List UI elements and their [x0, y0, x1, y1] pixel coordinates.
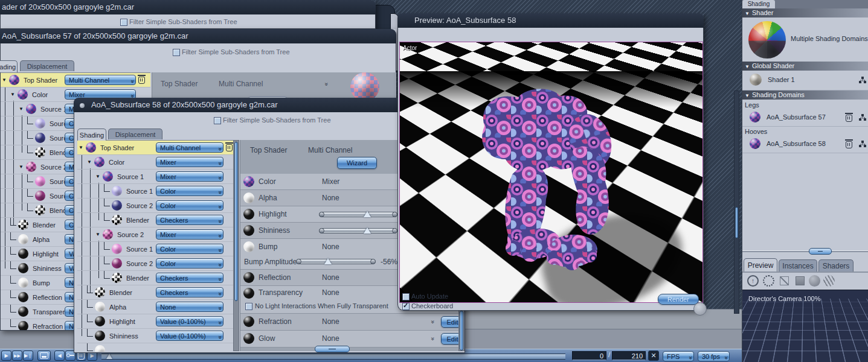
- wireframe-cube-icon[interactable]: [779, 275, 790, 287]
- shader-network-icon[interactable]: [859, 114, 867, 121]
- tree-row[interactable]: Source 1Color: [77, 242, 233, 256]
- window-resize-grip[interactable]: [693, 302, 707, 316]
- fast-forward-button[interactable]: ▶▶: [12, 351, 22, 361]
- domain-row[interactable]: AoA_Subsurface 57: [742, 109, 868, 127]
- slider-thumb[interactable]: [364, 227, 371, 233]
- tab-instances[interactable]: Instances: [779, 259, 817, 272]
- shader-type-dropdown[interactable]: Checkers: [156, 287, 223, 297]
- play-button[interactable]: ▶: [1, 351, 11, 361]
- tree-row[interactable]: BlenderCheckers: [77, 285, 233, 300]
- shader-type-dropdown[interactable]: Mixer: [156, 229, 223, 240]
- tab-shading[interactable]: Shading: [77, 129, 106, 141]
- textured-sphere-icon[interactable]: [823, 275, 835, 287]
- expand-triangle-icon[interactable]: ▼: [19, 164, 26, 170]
- previous-keyframe-button[interactable]: ◀: [54, 351, 65, 361]
- tree-row[interactable]: BlenderCheckers: [77, 271, 233, 285]
- window-titlebar[interactable]: Preview: AoA_Subsurface 58: [397, 13, 704, 28]
- multi-domain-shader-sphere[interactable]: [748, 21, 786, 59]
- trash-icon[interactable]: [846, 141, 852, 148]
- section-triangle-icon[interactable]: ▼: [745, 93, 750, 98]
- global-shader-section-header[interactable]: ▼Global Shader: [742, 62, 868, 71]
- slider-thumb[interactable]: [324, 258, 332, 264]
- shininess-slider[interactable]: [319, 228, 397, 233]
- tree-row[interactable]: [77, 343, 233, 352]
- shader-type-dropdown[interactable]: Color: [156, 200, 223, 211]
- tab-shading-sidebar[interactable]: Shading: [742, 0, 775, 8]
- shader-type-dropdown[interactable]: Mixer: [156, 171, 223, 182]
- bump-amplitude-slider[interactable]: [296, 259, 376, 264]
- shader-type-dropdown[interactable]: Multi Channel: [156, 142, 223, 153]
- orbit-icon[interactable]: [763, 275, 774, 287]
- section-triangle-icon[interactable]: ▼: [745, 64, 750, 69]
- timeline-scrubber[interactable]: [101, 354, 565, 360]
- make-movie-button[interactable]: [37, 351, 51, 361]
- edit-button[interactable]: Edit: [441, 316, 459, 328]
- filter-subshaders-checkbox[interactable]: [120, 19, 127, 26]
- shader-section-header[interactable]: ▼Shader: [742, 8, 868, 17]
- shader-type-dropdown[interactable]: Value (0-100%): [156, 316, 223, 326]
- expand-triangle-icon[interactable]: ▼: [95, 232, 103, 237]
- tree-row[interactable]: ▼Source 2Mixer: [77, 227, 233, 242]
- global-shader-row[interactable]: Shader 1: [742, 71, 868, 91]
- expand-triangle-icon[interactable]: ▼: [19, 106, 26, 112]
- render-viewport[interactable]: Actor: [399, 42, 703, 303]
- expand-triangle-icon[interactable]: ▼: [79, 145, 86, 150]
- shader-type-dropdown[interactable]: Value (0-100%): [156, 331, 223, 341]
- tree-row[interactable]: BlenderCheckers: [77, 213, 233, 227]
- tree-row[interactable]: ShininessValue (0-100%): [77, 329, 233, 343]
- trash-icon[interactable]: [226, 144, 233, 151]
- tab-displacement[interactable]: Displacement: [20, 60, 74, 71]
- tree-row[interactable]: ▼ColorMixer: [77, 155, 233, 170]
- camera-viewport[interactable]: Director's Camera 100%: [742, 290, 868, 362]
- splitter-handle[interactable]: [809, 248, 832, 255]
- chevron-down-icon[interactable]: »: [429, 320, 436, 324]
- shader-type-dropdown[interactable]: Mixer: [156, 157, 223, 167]
- shader-type-dropdown[interactable]: Multi Channel: [65, 75, 136, 85]
- property-row-glow[interactable]: Glow None » Edit: [240, 331, 459, 348]
- tree-row[interactable]: Source 1Color: [77, 184, 233, 198]
- fps-dropdown[interactable]: FPS: [663, 351, 694, 361]
- trash-icon[interactable]: [846, 115, 852, 122]
- shading-domains-section-header[interactable]: ▼Shading Domains: [742, 91, 868, 100]
- navigate-icon[interactable]: ↑: [747, 275, 759, 287]
- shader-type-dropdown[interactable]: Color: [156, 244, 223, 254]
- shader-type-dropdown[interactable]: Checkers: [156, 273, 223, 283]
- tree-scrollbar-thumb[interactable]: [234, 142, 238, 301]
- shader-type-dropdown[interactable]: None: [156, 302, 223, 312]
- shader-network-icon[interactable]: [859, 141, 867, 148]
- expand-triangle-icon[interactable]: ▼: [2, 77, 9, 83]
- panel-scrollbar-thumb[interactable]: [460, 311, 463, 351]
- tree-row[interactable]: ▼Top ShaderMulti Channel: [77, 141, 233, 155]
- shaded-sphere-icon[interactable]: [809, 275, 820, 287]
- window-titlebar[interactable]: AoA_Subsurface 57 of 20x500x500 gargoyle…: [0, 29, 396, 44]
- current-frame-field[interactable]: 0: [572, 351, 606, 360]
- chevron-down-icon[interactable]: »: [323, 83, 330, 86]
- fps-value-dropdown[interactable]: 30 fps: [698, 351, 730, 361]
- tree-row[interactable]: Source 2Color: [77, 198, 233, 213]
- sidebar-splitter[interactable]: [742, 250, 868, 252]
- expand-triangle-icon[interactable]: ▼: [95, 174, 103, 179]
- tab-preview[interactable]: Preview: [744, 258, 777, 272]
- total-frames-field[interactable]: 210: [612, 351, 646, 360]
- tab-displacement[interactable]: Displacement: [108, 129, 162, 139]
- scrubber-thumb[interactable]: [106, 354, 112, 359]
- skip-to-end-button[interactable]: ▶❘: [23, 351, 33, 361]
- trash-icon[interactable]: [138, 77, 145, 84]
- tab-shading[interactable]: Shading: [0, 60, 18, 72]
- tree-scrollbar[interactable]: [233, 140, 239, 351]
- shader-type-dropdown[interactable]: Color: [156, 186, 223, 196]
- expand-triangle-icon[interactable]: ▼: [10, 92, 18, 97]
- filter-subshaders-checkbox[interactable]: [173, 49, 180, 56]
- solid-cube-icon[interactable]: [794, 275, 806, 287]
- wizard-button[interactable]: Wizard: [337, 157, 377, 169]
- shader-network-icon[interactable]: [859, 77, 867, 84]
- domain-row[interactable]: AoA_Subsurface 58: [742, 136, 868, 153]
- slider-thumb[interactable]: [364, 211, 371, 217]
- window-titlebar[interactable]: ader of 20x500x500 gargoyle g2m.car: [0, 0, 376, 15]
- tree-row[interactable]: HighlightValue (0-100%): [77, 314, 233, 329]
- window-menu-widget[interactable]: [80, 103, 85, 108]
- expand-triangle-icon[interactable]: ▼: [87, 159, 94, 165]
- workspace-scrollbar-thumb[interactable]: [735, 207, 738, 238]
- tree-row[interactable]: ▼Top ShaderMulti Channel: [1, 73, 150, 87]
- edit-button[interactable]: Edit: [441, 333, 459, 345]
